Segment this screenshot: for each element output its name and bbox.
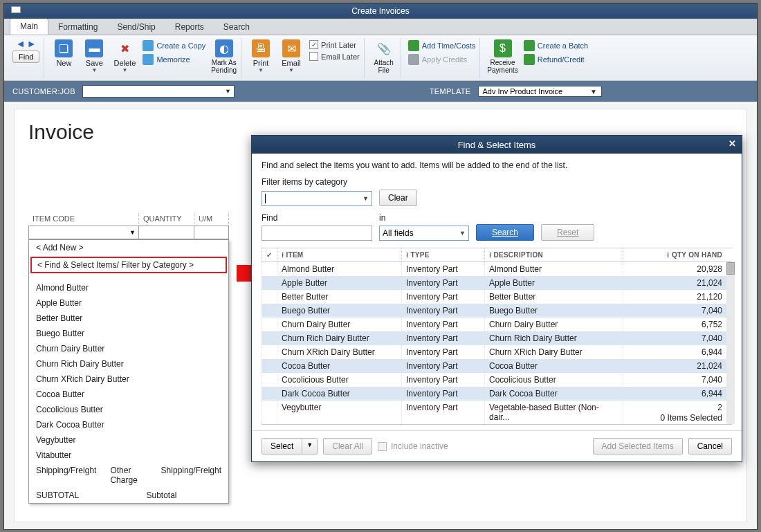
dropdown-item[interactable]: Churn XRich Dairy Butter	[29, 372, 228, 387]
pending-icon: ◐	[215, 39, 233, 57]
save-button[interactable]: ▬Save▼	[82, 38, 107, 73]
dropdown-item[interactable]: Better Butter	[29, 311, 228, 326]
delete-button[interactable]: ✖Delete▼	[112, 38, 137, 73]
item-code-combo[interactable]: ▼	[28, 226, 139, 239]
dropdown-item[interactable]: Apple Butter	[29, 295, 228, 311]
create-batch-button[interactable]: Create a Batch	[524, 40, 588, 51]
refund-credit-button[interactable]: Refund/Credit	[524, 54, 588, 65]
dialog-titlebar[interactable]: Find & Select Items ✕	[252, 136, 742, 154]
apply-credits-button[interactable]: Apply Credits	[408, 54, 476, 65]
table-row[interactable]: Buego ButterInventory PartBuego Butter7,…	[262, 304, 726, 318]
chevron-down-icon[interactable]: ▼	[302, 438, 318, 455]
email-later-checkbox[interactable]: Email Later	[309, 52, 360, 61]
cancel-button[interactable]: Cancel	[688, 438, 732, 455]
chevron-down-icon: ▼	[590, 88, 597, 95]
table-row[interactable]: Churn Rich Dairy ButterInventory PartChu…	[262, 331, 726, 345]
chevron-down-icon: ▼	[258, 67, 264, 73]
create-copy-button[interactable]: Create a Copy	[143, 40, 205, 51]
dropdown-item[interactable]: Vegybutter	[29, 432, 228, 448]
table-row[interactable]: VegybutterInventory PartVegetable-based …	[262, 401, 726, 424]
print-later-checkbox[interactable]: ✓Print Later	[309, 40, 360, 49]
filter-category-label: Filter items by category	[262, 177, 732, 187]
col-um: U/M	[194, 213, 229, 224]
search-button[interactable]: Search	[476, 224, 534, 241]
new-icon: ❏	[55, 39, 73, 57]
tab-formatting[interactable]: Formatting	[48, 19, 107, 35]
quantity-field[interactable]	[139, 226, 194, 239]
chevron-down-icon: ▼	[122, 67, 127, 73]
customer-job-label: CUSTOMER:JOB	[12, 87, 75, 95]
clear-all-button[interactable]: Clear All	[323, 438, 372, 455]
add-time-costs-button[interactable]: Add Time/Costs	[408, 40, 476, 51]
dropdown-item[interactable]: Cocoa Butter	[29, 387, 228, 402]
mark-pending-button[interactable]: ◐Mark As Pending	[211, 38, 237, 74]
dropdown-item[interactable]: Dark Cocoa Butter	[29, 417, 228, 432]
dropdown-item[interactable]: Buego Butter	[29, 326, 228, 341]
table-row[interactable]: Better ButterInventory PartBetter Butter…	[262, 290, 726, 304]
col-description[interactable]: DESCRIPTION	[493, 251, 543, 259]
chevron-down-icon: ▼	[225, 88, 231, 95]
close-icon[interactable]: ✕	[728, 138, 736, 149]
in-field-combo[interactable]: All fields▼	[379, 226, 469, 241]
scrollbar[interactable]	[726, 262, 735, 424]
tab-send-ship[interactable]: Send/Ship	[107, 19, 165, 35]
col-type[interactable]: TYPE	[410, 251, 429, 259]
nav-arrows[interactable]: ◄►	[16, 38, 37, 49]
table-row[interactable]: Apple ButterInventory PartApple Butter21…	[262, 276, 726, 290]
prev-icon[interactable]: ◄	[16, 38, 26, 49]
dropdown-item[interactable]: Cocolicious Butter	[29, 402, 228, 417]
dropdown-item[interactable]: Churn Dairy Butter	[29, 341, 228, 356]
dropdown-item[interactable]: SUBTOTAL Subtotal	[29, 488, 228, 503]
memorize-button[interactable]: Memorize	[143, 54, 205, 65]
reset-button[interactable]: Reset	[541, 224, 594, 241]
clear-button[interactable]: Clear	[379, 190, 417, 206]
um-field[interactable]	[194, 226, 229, 239]
print-icon: 🖶	[252, 39, 270, 57]
filter-category-combo[interactable]: ▼	[262, 191, 372, 206]
tab-main[interactable]: Main	[10, 18, 48, 35]
chevron-down-icon: ▼	[129, 229, 136, 236]
dropdown-item[interactable]: Vitabutter	[29, 448, 228, 463]
find-input[interactable]	[262, 226, 372, 241]
col-qty-on-hand[interactable]: QTY ON HAND	[672, 251, 722, 259]
table-row[interactable]: Cocolicious ButterInventory PartCocolici…	[262, 373, 726, 387]
ribbon: ◄► Find ❏New ▬Save▼ ✖Delete▼ Create a Co…	[4, 35, 757, 81]
template-combo[interactable]: Adv Inv Product Invoice▼	[478, 86, 602, 97]
table-row[interactable]: Dark Cocoa ButterInventory PartDark Coco…	[262, 387, 726, 401]
dropdown-item[interactable]: Almond Butter	[29, 280, 228, 295]
email-button[interactable]: ✉Email▼	[279, 38, 304, 73]
text-cursor	[265, 194, 266, 203]
table-row[interactable]: Almond ButterInventory PartAlmond Butter…	[262, 262, 726, 276]
find-label: Find	[262, 213, 372, 223]
payments-icon: $	[494, 39, 512, 57]
table-row[interactable]: Churn Dairy ButterInventory PartChurn Da…	[262, 318, 726, 331]
select-split-button[interactable]: Select ▼	[262, 438, 318, 455]
scroll-thumb[interactable]	[726, 262, 735, 275]
find-select-items-dialog: Find & Select Items ✕ Find and select th…	[251, 135, 742, 462]
col-check[interactable]: ✓	[262, 248, 277, 262]
tab-search[interactable]: Search	[214, 19, 259, 35]
dropdown-item-find-select[interactable]: < Find & Select Items/ Filter by Categor…	[30, 257, 227, 273]
customer-job-combo[interactable]: ▼	[82, 85, 235, 98]
window-control-icon[interactable]	[11, 6, 21, 13]
attach-file-button[interactable]: 📎Attach File	[372, 38, 396, 74]
tab-reports[interactable]: Reports	[165, 19, 214, 35]
col-item[interactable]: ITEM	[286, 251, 303, 259]
dropdown-item-add-new[interactable]: < Add New >	[29, 240, 228, 255]
new-button[interactable]: ❏New	[51, 38, 76, 67]
next-icon[interactable]: ►	[27, 38, 37, 49]
title-bar[interactable]: Create Invoices	[4, 3, 757, 19]
find-button[interactable]: Find	[12, 51, 39, 63]
table-row[interactable]: Cocoa ButterInventory PartCocoa Butter21…	[262, 359, 726, 373]
dropdown-item[interactable]: Churn Rich Dairy Butter	[29, 356, 228, 372]
table-row[interactable]: Churn XRich Dairy ButterInventory PartCh…	[262, 345, 726, 359]
dropdown-item[interactable]: Shipping/Freight Other Charge Shipping/F…	[29, 463, 228, 488]
receive-payments-button[interactable]: $Receive Payments	[487, 38, 517, 74]
items-table: ✓ ⁞ ITEM ⁞ TYPE ⁞ DESCRIPTION ⁞ QTY ON H…	[262, 248, 732, 425]
copy-icon	[143, 40, 154, 51]
col-item-code: ITEM CODE	[28, 213, 139, 224]
print-button[interactable]: 🖶Print▼	[248, 38, 273, 73]
col-quantity: QUANTITY	[139, 213, 194, 224]
add-selected-items-button[interactable]: Add Selected Items	[593, 438, 683, 455]
include-inactive-checkbox[interactable]: Include inactive	[378, 441, 448, 451]
